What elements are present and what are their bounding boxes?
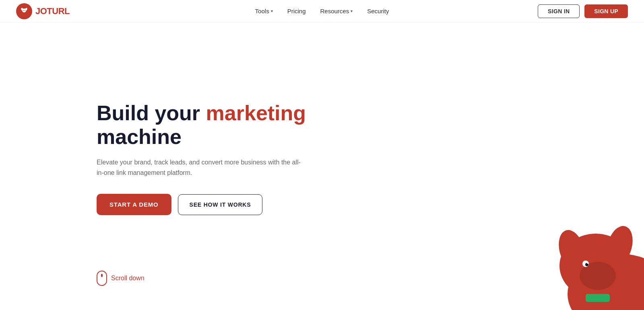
hero-title: Build your marketing machine: [97, 101, 330, 150]
scroll-mouse-icon: [97, 271, 107, 286]
chevron-down-icon-2: ▾: [351, 9, 353, 13]
signin-button[interactable]: SIGN IN: [538, 4, 580, 18]
see-how-button[interactable]: SEE HOW IT WORKS: [178, 194, 263, 215]
hero-buttons: START A DEMO SEE HOW IT WORKS: [97, 194, 330, 215]
logo-text[interactable]: JOTURL: [35, 6, 70, 16]
logo-text-red: URL: [52, 6, 70, 16]
nav-item-resources[interactable]: Resources ▾: [320, 8, 353, 14]
nav-center: Tools ▾ Pricing Resources ▾ Security: [255, 8, 389, 14]
nav-label-security: Security: [367, 8, 389, 14]
svg-point-4: [25, 10, 25, 11]
start-demo-button[interactable]: START A DEMO: [97, 194, 171, 215]
logo-text-dark: JOT: [35, 6, 52, 16]
hero-title-start: Build your: [97, 101, 206, 125]
logo-dog-icon: [19, 6, 29, 16]
hero-title-end: machine: [97, 125, 182, 148]
nav-label-resources: Resources: [320, 8, 349, 14]
svg-point-12: [587, 262, 588, 264]
hero-section: Build your marketing machine Elevate you…: [0, 23, 644, 310]
svg-rect-13: [586, 294, 610, 302]
logo-icon[interactable]: [16, 3, 32, 19]
nav-right: SIGN IN SIGN UP: [538, 4, 628, 18]
scroll-down[interactable]: Scroll down: [97, 271, 144, 286]
navbar: JOTURL Tools ▾ Pricing Resources ▾ Secur…: [0, 0, 644, 23]
nav-label-pricing: Pricing: [287, 8, 306, 14]
hero-title-highlight: marketing: [206, 101, 306, 125]
scroll-down-label: Scroll down: [111, 275, 144, 282]
logo-area: JOTURL: [16, 3, 70, 19]
mascot-dog-svg: [539, 205, 644, 310]
hero-subtitle: Elevate your brand, track leads, and con…: [97, 157, 306, 178]
nav-item-security[interactable]: Security: [367, 8, 389, 14]
signup-button[interactable]: SIGN UP: [584, 4, 628, 18]
hero-content: Build your marketing machine Elevate you…: [97, 101, 330, 216]
chevron-down-icon: ▾: [271, 9, 273, 13]
mascot-area: [539, 205, 644, 310]
nav-item-pricing[interactable]: Pricing: [287, 8, 306, 14]
scroll-mouse-dot: [101, 274, 103, 277]
svg-point-3: [23, 10, 24, 11]
nav-label-tools: Tools: [255, 8, 269, 14]
nav-item-tools[interactable]: Tools ▾: [255, 8, 273, 14]
